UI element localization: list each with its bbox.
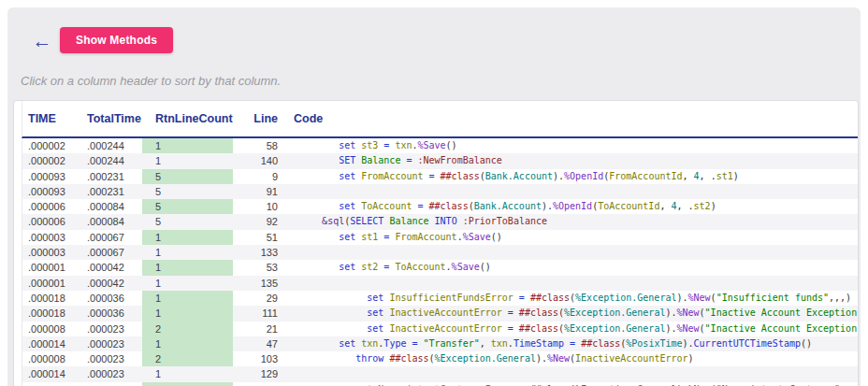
- code-cell: [284, 184, 858, 199]
- time-cell: .000007: [22, 382, 80, 386]
- rtnlinecount-cell: 2: [142, 351, 233, 366]
- totaltime-cell: .000036: [80, 291, 142, 306]
- code-cell: set InactiveAccountError = ##class(%Exce…: [284, 322, 858, 336]
- time-cell: .000008: [22, 322, 80, 336]
- line-cell: 140: [233, 153, 284, 168]
- rtnlinecount-cell: 1: [142, 138, 233, 153]
- totaltime-cell: .000023: [80, 351, 142, 366]
- column-header-code[interactable]: Code: [284, 112, 858, 125]
- rtnlinecount-cell: 1: [142, 366, 233, 381]
- column-header-time[interactable]: TIME: [22, 112, 80, 125]
- sort-hint-text: Click on a column header to sort by that…: [21, 74, 281, 88]
- time-cell: .000018: [22, 291, 80, 306]
- line-cell: 9: [233, 169, 284, 184]
- line-cell: 53: [233, 260, 284, 275]
- code-cell: [284, 276, 858, 291]
- line-cell: 47: [233, 336, 284, 351]
- table-row: .000014.000023147 set txn.Type = "Transf…: [22, 336, 858, 351]
- table-row: .000008.000023221 set InactiveAccountErr…: [22, 322, 858, 336]
- rtnlinecount-cell: 1: [142, 230, 233, 245]
- line-cell: 21: [233, 322, 284, 336]
- code-cell: [284, 245, 858, 260]
- rtnlinecount-cell: 1: [142, 260, 233, 275]
- totaltime-cell: .000036: [80, 306, 142, 321]
- code-cell: SET Balance = :NewFromBalance: [284, 153, 858, 168]
- column-header-rtnlinecount[interactable]: RtnLineCount: [142, 112, 233, 125]
- time-cell: .000014: [22, 336, 80, 351]
- time-cell: .000018: [22, 306, 80, 321]
- column-header-totaltime[interactable]: TotalTime↓: [80, 112, 142, 125]
- content-panel: ← Show Methods Click on a column header …: [7, 7, 861, 386]
- time-cell: .000003: [22, 230, 80, 245]
- table-row: .000003.0000671133: [22, 245, 858, 260]
- code-cell: set FromAccount = ##class(Bank.Account).…: [284, 169, 858, 184]
- code-cell: [284, 366, 858, 381]
- time-cell: .000002: [22, 153, 80, 168]
- totaltime-cell: .000231: [80, 169, 142, 184]
- column-header-totaltime-label: TotalTime: [87, 112, 141, 125]
- line-cell: 25: [233, 382, 284, 386]
- line-cell: 103: [233, 351, 284, 366]
- time-cell: .000002: [22, 138, 80, 153]
- line-cell: 135: [233, 276, 284, 291]
- table-row: .000008.0000232103 throw ##class(%Except…: [22, 351, 858, 366]
- table-row: .000001.0000421135: [22, 276, 858, 291]
- time-cell: .000003: [22, 245, 80, 260]
- rtnlinecount-cell: 1: [142, 276, 233, 291]
- rtnlinecount-cell: 1: [142, 291, 233, 306]
- line-cell: 29: [233, 291, 284, 306]
- rtnlinecount-cell: 1: [142, 153, 233, 168]
- totaltime-cell: .000231: [80, 184, 142, 199]
- table-row: .000093.00023159 set FromAccount = ##cla…: [22, 169, 858, 184]
- totaltime-cell: .000067: [80, 245, 142, 260]
- code-cell: set st2 = ToAccount.%Save(): [284, 260, 858, 275]
- table-row: .000093.000231591: [22, 184, 858, 199]
- code-cell: set st1 = FromAccount.%Save(): [284, 230, 858, 245]
- table-row: .000018.0000361111 set InactiveAccountEr…: [22, 306, 858, 321]
- table-row: .000006.000084592 &sql(SELECT Balance IN…: [22, 214, 858, 229]
- table-row: .000002.0002441140 SET Balance = :NewFro…: [22, 153, 858, 168]
- totaltime-cell: .000244: [80, 138, 142, 153]
- totaltime-cell: .000084: [80, 214, 142, 229]
- totaltime-cell: .000023: [80, 366, 142, 381]
- table-row: .000007.000018125 set NonexistentCustome…: [22, 382, 858, 386]
- line-cell: 133: [233, 245, 284, 260]
- rtnlinecount-cell: 1: [142, 336, 233, 351]
- table-header-row: TIME TotalTime↓ RtnLineCount Line Code: [22, 101, 858, 138]
- rtnlinecount-cell: 5: [142, 184, 233, 199]
- rtnlinecount-cell: 5: [142, 199, 233, 214]
- line-cell: 111: [233, 306, 284, 321]
- rtnlinecount-cell: 5: [142, 169, 233, 184]
- time-cell: .000093: [22, 184, 80, 199]
- table-row: .000002.000244158 set st3 = txn.%Save(): [22, 138, 858, 153]
- table-row: .000018.000036129 set InsufficientFundsE…: [22, 291, 858, 306]
- totaltime-cell: .000084: [80, 199, 142, 214]
- rtnlinecount-cell: 1: [142, 306, 233, 321]
- code-cell: set ToAccount = ##class(Bank.Account).%O…: [284, 199, 858, 214]
- code-cell: set txn.Type = "Transfer", txn.TimeStamp…: [284, 336, 858, 351]
- line-cell: 92: [233, 214, 284, 229]
- rtnlinecount-cell: 1: [142, 245, 233, 260]
- column-header-line[interactable]: Line: [233, 112, 284, 125]
- line-cell: 129: [233, 366, 284, 381]
- totaltime-cell: .000244: [80, 153, 142, 168]
- line-cell: 10: [233, 199, 284, 214]
- time-cell: .000001: [22, 260, 80, 275]
- results-table-card: TIME TotalTime↓ RtnLineCount Line Code .…: [13, 100, 859, 386]
- time-cell: .000014: [22, 366, 80, 381]
- totaltime-cell: .000042: [80, 276, 142, 291]
- code-cell: &sql(SELECT Balance INTO :PriorToBalance: [284, 214, 858, 229]
- line-cell: 51: [233, 230, 284, 245]
- totaltime-cell: .000023: [80, 322, 142, 336]
- code-cell: set InsufficientFundsError = ##class(%Ex…: [284, 291, 858, 306]
- table-row: .000006.000084510 set ToAccount = ##clas…: [22, 199, 858, 214]
- code-cell: set NonexistentCustomerError = ##class(%…: [284, 382, 858, 386]
- table-body: .000002.000244158 set st3 = txn.%Save().…: [22, 138, 858, 386]
- line-cell: 58: [233, 138, 284, 153]
- back-arrow-icon[interactable]: ←: [28, 28, 56, 54]
- totaltime-cell: .000067: [80, 230, 142, 245]
- table-row: .000001.000042153 set st2 = ToAccount.%S…: [22, 260, 858, 275]
- time-cell: .000006: [22, 199, 80, 214]
- code-cell: throw ##class(%Exception.General).%New(I…: [284, 351, 858, 366]
- show-methods-button[interactable]: Show Methods: [60, 27, 173, 53]
